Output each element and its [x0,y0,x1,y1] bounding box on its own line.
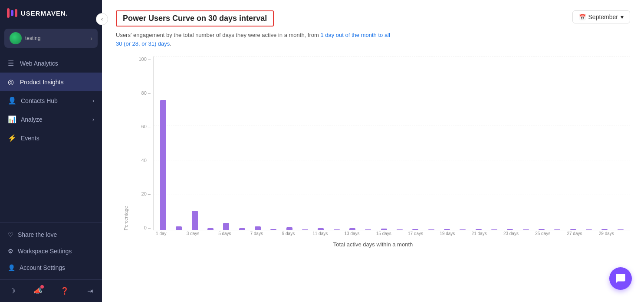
date-filter-button[interactable]: 📅 September ▾ [572,10,630,23]
bar-group [218,56,234,230]
contacts-hub-icon: 👤 [8,96,16,105]
bar-group [486,56,502,230]
bar-group [534,56,549,230]
main-content: Power Users Curve on 30 days interval Us… [102,0,644,302]
sidebar-nav: ☰ Web Analytics ◎ Product Insights 👤 Con… [0,52,102,222]
sidebar-item-label-contacts-hub: Contacts Hub [21,97,58,104]
bar [397,229,403,230]
x-axis-label [424,231,440,236]
bar-group [565,56,581,230]
sidebar-item-share-love[interactable]: ♡ Share the love [0,226,102,243]
chart-area: Percentage 0 – 20 – 40 – 60 – 80 – 100 – [116,56,630,230]
x-axis-label [392,231,408,236]
x-axis-label: 21 days [471,231,487,236]
logout-icon[interactable]: ⇥ [85,284,95,298]
sidebar-item-account-settings[interactable]: 👤 Account Settings [0,259,102,276]
web-analytics-icon: ☰ [8,59,16,67]
analyze-icon: 📊 [8,115,16,123]
sidebar-item-label-share-love: Share the love [18,231,57,238]
bar [223,223,229,230]
sidebar-collapse-button[interactable]: ‹ [96,13,108,25]
bar-group [266,56,281,230]
announcements-badge [40,285,44,289]
theme-toggle-icon[interactable]: ☽ [7,284,18,298]
sidebar-item-label-product-insights: Product Insights [20,79,63,86]
x-axis-label [233,231,249,236]
bar [365,229,371,230]
x-axis-label: 19 days [440,231,456,236]
bar [601,229,608,230]
x-axis-label [551,231,567,236]
x-axis-label: 9 days [280,231,296,236]
logo-bar-3 [15,9,17,17]
x-axis-label [455,231,471,236]
x-axis: 1 day3 days5 days7 days9 days11 days13 d… [153,231,630,236]
bar-group [376,56,392,230]
bar-group [502,56,518,230]
help-icon[interactable]: ❓ [58,284,72,298]
bar-group [203,56,218,230]
workspace-selector[interactable]: testing › [4,29,98,48]
analyze-arrow-icon: › [92,116,94,123]
bar [349,228,355,230]
y-tick-20: 20 – [138,191,151,196]
bar [539,229,545,230]
sidebar-item-workspace-settings[interactable]: ⚙ Workspace Settings [0,243,102,259]
share-love-icon: ♡ [8,231,13,238]
contacts-hub-arrow-icon: › [92,98,94,104]
y-tick-40: 40 – [138,158,151,163]
bar [444,229,450,230]
sidebar-item-product-insights[interactable]: ◎ Product Insights [0,73,102,91]
sidebar-item-contacts-hub[interactable]: 👤 Contacts Hub › [0,91,102,110]
y-tick-60: 60 – [138,124,151,129]
x-axis-label: 13 days [344,231,360,236]
bar [460,229,466,230]
chart-container: Percentage 0 – 20 – 40 – 60 – 80 – 100 – [116,56,630,265]
chat-fab-button[interactable] [609,267,632,290]
sidebar-item-web-analytics[interactable]: ☰ Web Analytics [0,54,102,73]
bar [523,229,529,230]
bar [570,229,576,230]
x-axis-label [328,231,344,236]
bar [192,211,198,230]
bar [586,229,592,230]
bar-group [613,56,628,230]
x-axis-label: 27 days [567,231,583,236]
sidebar-item-analyze[interactable]: 📊 Analyze › [0,110,102,129]
sidebar: USERMAVEN. ‹ testing › ☰ Web Analytics ◎… [0,0,102,302]
bar-group [360,56,376,230]
sidebar-item-events[interactable]: ⚡ Events [0,129,102,147]
x-axis-label: 7 days [249,231,265,236]
bar [428,229,434,230]
sidebar-footer: ☽ 📣 ❓ ⇥ [0,279,102,302]
bar-group [171,56,187,230]
bar-group [471,56,486,230]
sidebar-item-label-events: Events [21,135,39,142]
x-axis-label: 15 days [376,231,392,236]
x-axis-label [296,231,312,236]
sidebar-item-label-web-analytics: Web Analytics [20,60,58,67]
bar [239,228,245,230]
x-axis-label: 17 days [407,231,424,236]
subtitle-highlight-1: 1 day out of the month to all [320,32,390,38]
sidebar-bottom: ♡ Share the love ⚙ Workspace Settings 👤 … [0,222,102,279]
announcements-icon[interactable]: 📣 [31,284,45,298]
bar [334,229,340,230]
bar-group [282,56,297,230]
bar [507,229,513,230]
workspace-settings-icon: ⚙ [8,248,13,255]
bar-group [313,56,329,230]
x-axis-label: 25 days [535,231,551,236]
product-insights-icon: ◎ [8,78,16,86]
chat-icon [615,273,626,284]
chart-plot [153,56,630,230]
x-axis-label [360,231,376,236]
x-axis-label: 23 days [503,231,519,236]
x-axis-label [169,231,185,236]
x-axis-label [201,231,217,236]
bar-group [392,56,407,230]
bar-group [518,56,534,230]
bar-group [250,56,266,230]
events-icon: ⚡ [8,134,16,142]
date-filter-chevron-icon: ▾ [621,13,624,20]
